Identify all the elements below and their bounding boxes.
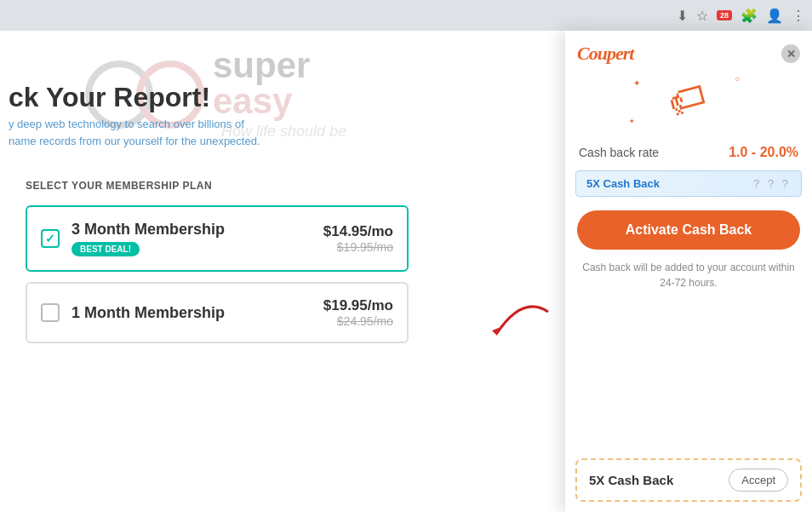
membership-title: SELECT YOUR MEMBERSHIP PLAN (26, 180, 409, 192)
sparkle-3: ✦ (629, 118, 635, 125)
plan-badge-3month: BEST DEAL! (71, 242, 140, 256)
logo-easy-text: easy (213, 83, 346, 119)
menu-icon[interactable]: ⋮ (792, 8, 805, 24)
plan-info-1month: 1 Month Membership (71, 304, 312, 322)
logo-super-text: super (213, 48, 346, 83)
cashback-5x-label: 5X Cash Back (586, 177, 660, 190)
profile-icon[interactable]: 👤 (766, 8, 783, 24)
main-area: super easy How life should be ck Your Re… (0, 31, 812, 512)
accept-button[interactable]: Accept (729, 469, 788, 492)
plan-pricing-3month: $14.95/mo $19.95/mo (323, 223, 393, 254)
plan-original-3month: $19.95/mo (323, 240, 393, 254)
browser-chrome: ⬇ ☆ 28 🧩 👤 ⋮ (0, 0, 812, 31)
plan-original-1month: $24.95/mo (323, 314, 393, 328)
cashback-5x-bar: 5X Cash Back ? ? ? (575, 170, 802, 197)
plan-name-3month: 3 Month Membership (71, 221, 312, 239)
page-subtitle: y deep web technology to search over bil… (9, 116, 264, 149)
membership-section: SELECT YOUR MEMBERSHIP PLAN 3 Month Memb… (9, 163, 426, 371)
activate-cashback-button[interactable]: Activate Cash Back (577, 210, 800, 250)
puzzle-icon[interactable]: 🧩 (741, 8, 758, 24)
coupert-panel: Coupert ✕ ✦ ○ ✦ 🏷 Cash back rate 1.0 - 2… (565, 31, 812, 512)
star-icon[interactable]: ☆ (696, 8, 708, 24)
cashback-rate-value: 1.0 - 20.0% (729, 145, 798, 160)
cashback-rate-row: Cash back rate 1.0 - 20.0% (565, 138, 812, 167)
plan-info-3month: 3 Month Membership BEST DEAL! (71, 221, 312, 256)
sparkle-2: ○ (735, 74, 740, 83)
plan-checkbox-3month[interactable] (41, 229, 60, 248)
tag-icon: 🏷 (663, 74, 713, 136)
panel-illustration: ✦ ○ ✦ 🏷 (565, 70, 812, 138)
page-title: ck Your Report! (9, 82, 210, 113)
extension-badge[interactable]: 28 (717, 10, 732, 20)
coupon-bar: 5X Cash Back Accept (575, 458, 802, 502)
close-button[interactable]: ✕ (781, 44, 800, 63)
plan-checkbox-1month[interactable] (41, 303, 60, 322)
plan-price-3month: $14.95/mo (323, 223, 393, 240)
browser-toolbar: ⬇ ☆ 28 🧩 👤 ⋮ (677, 8, 805, 24)
question-marks: ? ? ? (753, 177, 791, 190)
cashback-info-text: Cash back will be added to your account … (565, 256, 812, 297)
coupert-logo: Coupert (577, 43, 633, 65)
plan-name-1month: 1 Month Membership (71, 304, 312, 322)
cashback-rate-label: Cash back rate (579, 146, 659, 159)
plan-price-1month: $19.95/mo (323, 297, 393, 314)
plan-card-3month[interactable]: 3 Month Membership BEST DEAL! $14.95/mo … (26, 205, 409, 272)
plan-card-1month[interactable]: 1 Month Membership $19.95/mo $24.95/mo (26, 282, 409, 343)
plan-pricing-1month: $19.95/mo $24.95/mo (323, 297, 393, 328)
coupon-label: 5X Cash Back (589, 473, 673, 487)
sparkle-1: ✦ (633, 78, 640, 88)
red-arrow (480, 286, 557, 346)
download-icon[interactable]: ⬇ (677, 8, 688, 24)
panel-header: Coupert ✕ (565, 31, 812, 70)
